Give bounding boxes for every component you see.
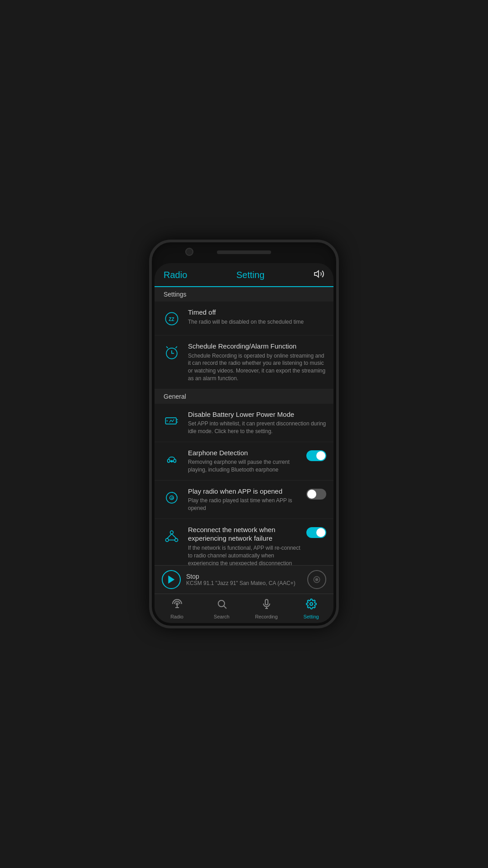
earphone-icon: [162, 449, 182, 469]
setting-item-schedule-recording[interactable]: Schedule Recording/Alarm Function Schedu…: [155, 335, 333, 389]
svg-point-18: [170, 531, 174, 534]
svg-point-33: [316, 579, 318, 581]
svg-point-34: [176, 603, 178, 605]
setting-nav-icon: [306, 599, 317, 612]
timed-off-content: Timed off The radio will be disabled on …: [188, 308, 326, 326]
camera: [185, 248, 193, 256]
svg-marker-0: [314, 271, 319, 277]
recording-nav-icon: [261, 599, 272, 612]
svg-rect-39: [265, 599, 268, 605]
battery-title: Disable Battery Lower Power Mode: [188, 410, 326, 419]
play-radio-icon: A: [162, 488, 182, 508]
nav-item-radio[interactable]: Radio: [155, 594, 199, 623]
earphone-title: Earphone Detection: [188, 448, 303, 458]
recording-nav-label: Recording: [255, 614, 277, 619]
earphone-toggle[interactable]: [306, 450, 326, 461]
svg-point-42: [310, 603, 313, 605]
search-nav-icon: [216, 599, 227, 612]
svg-text:ZZ: ZZ: [169, 317, 174, 322]
svg-line-4: [166, 346, 168, 348]
reconnect-title: Reconnect the network when experiencing …: [188, 525, 303, 543]
reconnect-desc: If the network is functional, APP will r…: [188, 544, 303, 565]
content-area: Settings ZZ Timed off The radio will be …: [155, 287, 333, 565]
screen: Radio Setting Settings: [155, 263, 333, 623]
play-radio-toggle[interactable]: [306, 489, 326, 500]
now-playing-bar: Stop KCSM 91.1 "Jazz 91" San Mateo, CA (…: [155, 565, 333, 594]
schedule-recording-content: Schedule Recording/Alarm Function Schedu…: [188, 342, 326, 382]
svg-line-21: [167, 534, 172, 538]
nav-item-search[interactable]: Search: [199, 594, 244, 623]
phone-frame: Radio Setting Settings: [149, 240, 339, 628]
reconnect-content: Reconnect the network when experiencing …: [188, 525, 303, 565]
schedule-recording-desc: Schedule Recording is operated by online…: [188, 352, 326, 382]
setting-item-timed-off[interactable]: ZZ Timed off The radio will be disabled …: [155, 302, 333, 335]
volume-icon[interactable]: [314, 269, 324, 282]
now-playing-info: Stop KCSM 91.1 "Jazz 91" San Mateo, CA (…: [186, 573, 307, 586]
svg-line-5: [176, 346, 177, 348]
network-icon: [162, 526, 182, 546]
section-header-settings: Settings: [155, 287, 333, 302]
nav-item-recording[interactable]: Recording: [244, 594, 289, 623]
sleep-icon: ZZ: [162, 309, 182, 329]
alarm-icon: [162, 343, 182, 363]
nav-item-setting[interactable]: Setting: [289, 594, 333, 623]
setting-item-play-radio[interactable]: A Play radio when APP is opened Play the…: [155, 481, 333, 519]
play-stop-button[interactable]: [162, 570, 181, 589]
header-setting-title: Setting: [236, 270, 264, 280]
svg-point-19: [165, 538, 169, 542]
schedule-recording-title: Schedule Recording/Alarm Function: [188, 342, 326, 351]
radio-nav-icon: [172, 599, 183, 612]
bottom-nav: Radio Search: [155, 594, 333, 623]
play-radio-desc: Play the radio played last time when APP…: [188, 497, 303, 512]
battery-icon: [162, 411, 182, 431]
timed-off-desc: The radio will be disabled on the schedu…: [188, 318, 326, 326]
svg-line-22: [172, 534, 176, 538]
search-nav-label: Search: [214, 614, 230, 619]
svg-point-20: [175, 538, 178, 542]
svg-point-37: [218, 600, 225, 607]
header-radio-tab[interactable]: Radio: [164, 270, 187, 280]
record-button[interactable]: [307, 570, 326, 589]
setting-item-reconnect[interactable]: Reconnect the network when experiencing …: [155, 519, 333, 565]
now-playing-action: Stop: [186, 573, 307, 580]
reconnect-toggle[interactable]: [306, 527, 326, 538]
setting-item-battery[interactable]: Disable Battery Lower Power Mode Set APP…: [155, 404, 333, 442]
earphone-toggle-container[interactable]: [306, 450, 326, 461]
reconnect-toggle-container[interactable]: [306, 527, 326, 538]
svg-marker-31: [169, 576, 174, 583]
svg-line-38: [224, 606, 226, 609]
svg-rect-10: [168, 459, 170, 462]
header: Radio Setting: [155, 263, 333, 287]
earphone-content: Earphone Detection Removing earphone wil…: [188, 448, 303, 474]
section-header-general: General: [155, 389, 333, 404]
earphone-desc: Removing earphone will pause the current…: [188, 458, 303, 474]
radio-nav-label: Radio: [170, 614, 183, 619]
svg-rect-11: [174, 459, 176, 462]
play-radio-toggle-container[interactable]: [306, 489, 326, 500]
play-radio-title: Play radio when APP is opened: [188, 487, 303, 496]
setting-nav-label: Setting: [303, 614, 319, 619]
svg-text:A: A: [171, 496, 173, 499]
battery-content: Disable Battery Lower Power Mode Set APP…: [188, 410, 326, 435]
timed-off-title: Timed off: [188, 308, 326, 317]
setting-item-earphone[interactable]: Earphone Detection Removing earphone wil…: [155, 442, 333, 481]
play-radio-content: Play radio when APP is opened Play the r…: [188, 487, 303, 512]
now-playing-station: KCSM 91.1 "Jazz 91" San Mateo, CA (AAC+): [186, 580, 307, 586]
battery-desc: Set APP into whitelist, it can prevent d…: [188, 420, 326, 435]
svg-point-14: [171, 460, 172, 462]
